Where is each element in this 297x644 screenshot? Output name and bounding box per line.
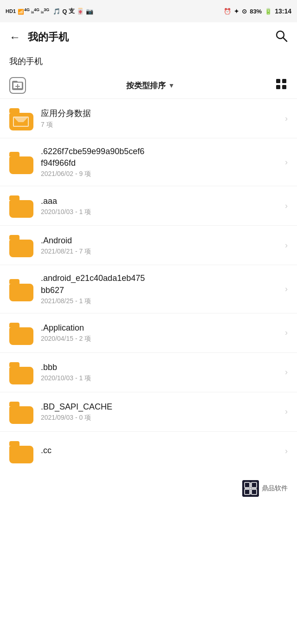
folder-info: .bbb 2020/10/03 - 1 项: [41, 362, 281, 383]
chevron-right-icon: ›: [285, 446, 288, 456]
app-icons: 🎵: [53, 8, 60, 15]
list-item[interactable]: .BD_SAPI_CACHE 2021/09/03 - 0 项 ›: [0, 392, 297, 432]
chevron-right-icon: ›: [285, 241, 288, 250]
list-item[interactable]: .aaa 2020/10/03 - 1 项 ›: [0, 186, 297, 226]
folder-name: .aaa: [41, 195, 281, 207]
list-item[interactable]: .bbb 2020/10/03 - 1 项 ›: [0, 353, 297, 392]
svg-rect-5: [282, 79, 286, 83]
folder-meta: 2020/10/03 - 1 项: [41, 374, 281, 383]
folder-meta: 7 项: [41, 121, 281, 129]
time-label: 13:14: [275, 7, 291, 15]
folder-meta: 2020/04/15 - 2 项: [41, 335, 281, 343]
sort-arrow: ▼: [168, 82, 175, 89]
nav-left: ← 我的手机: [7, 29, 69, 46]
search-button[interactable]: [273, 27, 290, 47]
svg-rect-4: [276, 79, 280, 83]
folder-icon: [9, 233, 33, 257]
folder-icon: [9, 106, 33, 130]
envelope-icon: [13, 117, 29, 127]
footer: 鼎品软件: [0, 471, 297, 506]
folder-info: .Android 2021/08/21 - 7 项: [41, 235, 281, 256]
chevron-right-icon: ›: [285, 201, 288, 211]
chevron-right-icon: ›: [285, 114, 288, 124]
chevron-right-icon: ›: [285, 157, 288, 167]
toolbar: 按类型排序 ▼: [0, 72, 297, 99]
list-item[interactable]: .6226f7cbe59e99a90b5cef6f94f966fd 2021/0…: [0, 138, 297, 186]
folder-name: 应用分身数据: [41, 108, 281, 119]
folder-meta: 2021/08/21 - 7 项: [41, 247, 281, 256]
app-icon-q: Q: [62, 8, 67, 15]
toolbar-left: [9, 77, 26, 94]
folder-icon: [9, 150, 33, 174]
sort-button[interactable]: 按类型排序 ▼: [126, 80, 175, 91]
chevron-right-icon: ›: [285, 328, 288, 338]
folder-name: .Application: [41, 322, 281, 334]
footer-brand-text: 鼎品软件: [262, 484, 288, 493]
brand-icon: [242, 480, 259, 497]
chevron-right-icon: ›: [285, 284, 288, 294]
svg-line-1: [283, 38, 287, 41]
top-navigation: ← 我的手机: [0, 22, 297, 52]
status-bar: HD1 📶4G ᵢₗₗ4G ᵢₗₗ3G 🎵 Q 支 🀄 📷 ⏰ ✦ ⊙ 83% …: [0, 0, 297, 22]
grid-view-icon: [275, 78, 288, 91]
folder-info: .6226f7cbe59e99a90b5cef6f94f966fd 2021/0…: [41, 146, 281, 178]
page-title: 我的手机: [28, 30, 69, 44]
chevron-right-icon: ›: [285, 407, 288, 416]
folder-name: .Android: [41, 235, 281, 247]
folder-meta: 2020/10/03 - 1 项: [41, 208, 281, 216]
view-toggle-button[interactable]: [275, 78, 288, 93]
folder-info: 应用分身数据 7 项: [41, 108, 281, 129]
signal-icons: 📶4G ᵢₗₗ4G ᵢₗₗ3G: [18, 7, 49, 15]
footer-logo: 鼎品软件: [242, 480, 288, 497]
folder-name: .BD_SAPI_CACHE: [41, 401, 281, 413]
folder-icon: [9, 321, 33, 345]
logo-icon: [242, 480, 259, 497]
folder-meta: 2021/08/25 - 1 项: [41, 297, 281, 306]
folder-icon: [9, 360, 33, 384]
battery-icon: 🔋: [265, 8, 272, 15]
app-icon-cam: 📷: [86, 8, 93, 15]
app-icon-game: 🀄: [77, 8, 84, 15]
folder-info: .Application 2020/04/15 - 2 项: [41, 322, 281, 343]
chevron-right-icon: ›: [285, 367, 288, 377]
new-folder-button[interactable]: [9, 77, 26, 94]
folder-info: .BD_SAPI_CACHE 2021/09/03 - 0 项: [41, 401, 281, 422]
status-bar-left: HD1 📶4G ᵢₗₗ4G ᵢₗₗ3G 🎵 Q 支 🀄 📷: [6, 7, 93, 15]
folder-icon: [9, 277, 33, 301]
folder-name: .android_e21c40ada1eb475bb627: [41, 273, 281, 296]
folder-icon: [9, 439, 33, 463]
battery-label: 83%: [250, 8, 262, 15]
app-icon-pay: 支: [69, 7, 75, 15]
folder-icon: [9, 194, 33, 218]
back-button[interactable]: ←: [7, 29, 22, 46]
status-bar-right: ⏰ ✦ ⊙ 83% 🔋 13:14: [224, 7, 291, 15]
svg-rect-7: [282, 85, 286, 89]
folder-name: .6226f7cbe59e99a90b5cef6f94f966fd: [41, 146, 281, 169]
list-item[interactable]: 应用分身数据 7 项 ›: [0, 99, 297, 138]
network-icon: ⊙: [242, 8, 247, 15]
sort-label: 按类型排序: [126, 80, 166, 91]
folder-meta: 2021/06/02 - 9 项: [41, 170, 281, 178]
list-item[interactable]: .cc ›: [0, 432, 297, 471]
list-item[interactable]: .Android 2021/08/21 - 7 项 ›: [0, 226, 297, 265]
folder-info: .android_e21c40ada1eb475bb627 2021/08/25…: [41, 273, 281, 305]
folder-list: 应用分身数据 7 项 › .6226f7cbe59e99a90b5cef6f94…: [0, 99, 297, 471]
folder-meta: 2021/09/03 - 0 项: [41, 414, 281, 422]
folder-info: .aaa 2020/10/03 - 1 项: [41, 195, 281, 216]
folder-icon: [9, 400, 33, 424]
bluetooth-icon: ✦: [234, 8, 239, 15]
search-icon: [275, 29, 288, 42]
list-item[interactable]: .Application 2020/04/15 - 2 项 ›: [0, 313, 297, 353]
list-item[interactable]: .android_e21c40ada1eb475bb627 2021/08/25…: [0, 265, 297, 313]
folder-name: .bbb: [41, 362, 281, 373]
new-folder-icon: [11, 78, 25, 92]
svg-rect-6: [276, 85, 280, 89]
folder-info: .cc: [41, 445, 281, 457]
breadcrumb: 我的手机: [0, 52, 297, 72]
folder-name: .cc: [41, 445, 281, 456]
alarm-icon: ⏰: [224, 8, 231, 15]
carrier-label: HD1: [6, 8, 16, 14]
